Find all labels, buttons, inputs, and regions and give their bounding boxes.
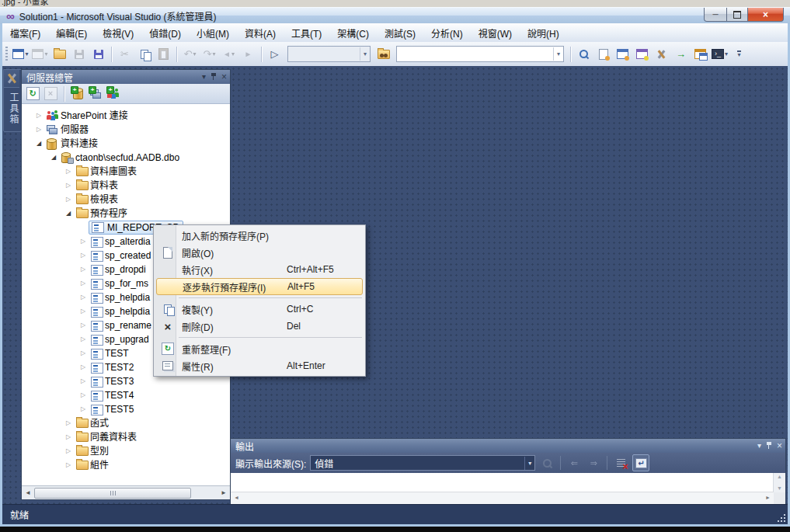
collapse-arrow-icon[interactable]: ▷ <box>81 251 85 260</box>
panel-close-icon[interactable]: × <box>777 441 782 450</box>
expand-arrow-icon[interactable]: ◢ <box>66 209 71 218</box>
context-menu-item[interactable]: 複製(Y)Ctrl+C <box>156 301 363 318</box>
add-item-button[interactable]: ▾ <box>31 46 49 63</box>
open-file-button[interactable] <box>50 46 68 63</box>
collapse-arrow-icon[interactable]: ▷ <box>37 125 41 134</box>
output-title-bar[interactable]: 輸出 ▾ × <box>231 439 785 453</box>
find-in-files-button[interactable] <box>374 46 392 63</box>
redo-button[interactable]: ↷▾ <box>200 46 218 63</box>
menu-item-c[interactable]: 架構(C) <box>329 23 377 42</box>
dropdown-caret-icon[interactable]: ▾ <box>360 47 370 61</box>
toolbar-grip[interactable] <box>5 47 8 62</box>
properties-window-button[interactable] <box>594 46 612 63</box>
tree-item[interactable]: ◢資料連接 <box>22 137 230 151</box>
menu-item-m[interactable]: 小組(M) <box>189 23 237 42</box>
close-button[interactable]: × <box>748 8 784 22</box>
expand-arrow-icon[interactable]: ◢ <box>37 139 41 148</box>
context-menu-item[interactable]: ×刪除(D)Del <box>156 318 363 335</box>
context-menu-item[interactable]: 加入新的預存程序(P) <box>156 227 363 244</box>
context-menu-item[interactable]: 逐步執行預存程序(I)Alt+F5 <box>156 278 363 295</box>
collapse-arrow-icon[interactable]: ▷ <box>66 195 71 204</box>
cut-button[interactable]: ✂ <box>116 46 134 63</box>
menu-item-w[interactable]: 視窗(W) <box>471 23 520 42</box>
copy-button[interactable] <box>135 46 153 63</box>
undo-button[interactable]: ↶▾ <box>181 46 199 63</box>
tree-item[interactable]: ▷檢視表 <box>22 193 230 207</box>
panel-menu-caret-icon[interactable]: ▾ <box>757 442 761 450</box>
connect-to-server-button[interactable]: + <box>88 86 103 102</box>
collapse-arrow-icon[interactable]: ▷ <box>81 335 85 344</box>
menu-item-a[interactable]: 資料(A) <box>237 23 284 42</box>
quick-find-combobox[interactable]: ▾ <box>396 46 564 62</box>
pin-icon[interactable] <box>766 441 772 451</box>
dropdown-caret-icon[interactable]: ▾ <box>44 50 47 57</box>
menu-item-s[interactable]: 測試(S) <box>377 23 423 42</box>
menu-item-d[interactable]: 偵錯(D) <box>141 23 189 42</box>
menu-item-f[interactable]: 檔案(F) <box>2 23 48 42</box>
vertical-scrollbar[interactable]: ▲ ▼ <box>773 473 785 492</box>
toolbar-options-button[interactable]: ▾ <box>730 46 748 63</box>
scroll-left-icon[interactable]: ◄ <box>234 495 239 500</box>
navigate-forward-button[interactable]: ► <box>239 46 257 63</box>
collapse-arrow-icon[interactable]: ▷ <box>66 419 71 428</box>
collapse-arrow-icon[interactable]: ▷ <box>81 237 85 246</box>
collapse-arrow-icon[interactable]: ▷ <box>81 405 85 414</box>
collapse-arrow-icon[interactable]: ▷ <box>81 279 85 288</box>
context-menu-item[interactable]: ↻重新整理(F) <box>156 340 363 357</box>
expand-arrow-icon[interactable]: ◢ <box>51 153 56 162</box>
collapse-arrow-icon[interactable]: ▷ <box>81 293 85 302</box>
tree-item[interactable]: ▷伺服器 <box>22 123 230 137</box>
scroll-down-icon[interactable]: ▼ <box>774 485 785 492</box>
find-message-button[interactable] <box>539 455 555 471</box>
tree-item[interactable]: ◢預存程序 <box>22 207 230 221</box>
word-wrap-button[interactable]: ↵ <box>632 454 649 471</box>
tree-item[interactable]: ▷函式 <box>22 416 230 430</box>
collapse-arrow-icon[interactable]: ▷ <box>81 363 85 372</box>
collapse-arrow-icon[interactable]: ▷ <box>81 391 85 400</box>
object-browser-button[interactable] <box>691 46 709 63</box>
collapse-arrow-icon[interactable]: ▷ <box>66 433 71 442</box>
refresh-button[interactable]: ↻ <box>25 86 40 102</box>
menu-item-e[interactable]: 編輯(E) <box>48 23 95 42</box>
collapse-arrow-icon[interactable]: ▷ <box>81 307 85 316</box>
server-explorer-title-bar[interactable]: 伺服器總管 ▾ × <box>22 70 230 84</box>
navigate-backward-button[interactable]: ◄▾ <box>220 46 238 63</box>
menu-item-n[interactable]: 分析(N) <box>423 23 471 42</box>
resize-grip-icon[interactable] <box>776 513 785 522</box>
toolbox-tab[interactable]: 工具箱 <box>3 69 22 132</box>
tree-item[interactable]: ▷同義資料表 <box>22 430 230 444</box>
output-source-combobox[interactable]: 偵錯 ▾ <box>310 455 535 471</box>
solution-configurations-combobox[interactable]: ▾ <box>287 46 371 62</box>
scrollbar-thumb[interactable] <box>34 488 191 499</box>
pin-icon[interactable] <box>211 72 217 82</box>
tree-item[interactable]: ▷TEST4 <box>22 388 230 402</box>
clear-all-button[interactable] <box>613 455 628 471</box>
horizontal-scrollbar[interactable]: ◄ ► <box>231 492 774 504</box>
horizontal-scrollbar[interactable]: ◄ ► <box>22 485 230 499</box>
tree-item[interactable]: ▷資料表 <box>22 179 230 193</box>
dropdown-caret-icon[interactable]: ▾ <box>553 47 563 61</box>
title-bar[interactable]: ∞ Solution1 - Microsoft Visual Studio (系… <box>0 7 790 24</box>
next-message-button[interactable]: ⇒ <box>586 455 601 471</box>
scroll-right-icon[interactable]: ► <box>221 488 227 498</box>
menu-item-h[interactable]: 說明(H) <box>520 23 567 42</box>
extension-manager-button[interactable]: → <box>672 46 690 63</box>
collapse-arrow-icon[interactable]: ▷ <box>66 181 71 190</box>
collapse-arrow-icon[interactable]: ▷ <box>37 111 41 120</box>
panel-close-icon[interactable]: × <box>221 72 227 82</box>
panel-menu-caret-icon[interactable]: ▾ <box>202 73 206 81</box>
toolbox-button[interactable] <box>653 46 670 63</box>
new-project-button[interactable]: ▾ <box>12 46 30 63</box>
tree-item[interactable]: ▷資料庫圖表 <box>22 165 230 179</box>
menu-item-v[interactable]: 檢視(V) <box>95 23 141 42</box>
paste-button[interactable] <box>155 46 172 63</box>
context-menu-item[interactable]: 開啟(O) <box>156 244 363 261</box>
connect-to-sharepoint-button[interactable]: + <box>106 86 121 102</box>
menu-item-t[interactable]: 工具(T) <box>284 23 329 42</box>
collapse-arrow-icon[interactable]: ▷ <box>81 321 85 330</box>
dropdown-caret-icon[interactable]: ▾ <box>725 50 728 57</box>
maximize-button[interactable] <box>727 8 748 22</box>
start-debugging-button[interactable]: ▷ <box>266 46 284 63</box>
scroll-right-icon[interactable]: ► <box>765 495 771 500</box>
collapse-arrow-icon[interactable]: ▷ <box>81 265 85 274</box>
